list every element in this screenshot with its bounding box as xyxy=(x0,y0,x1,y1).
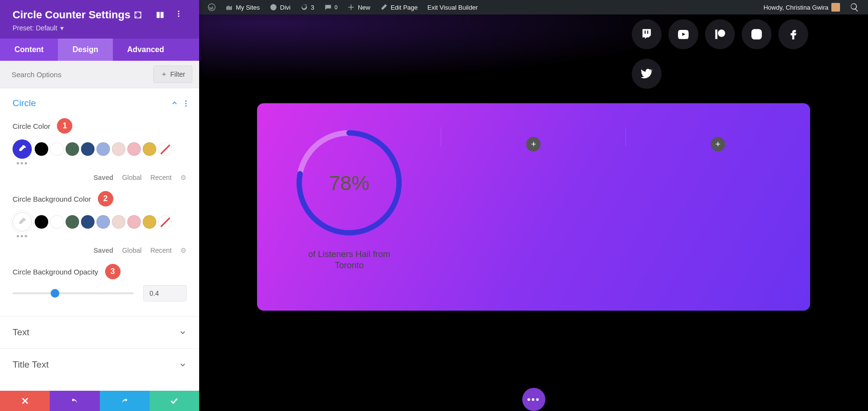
swatch-white[interactable] xyxy=(50,142,64,156)
circle-bg-swatches xyxy=(13,212,187,232)
field-circle-opacity: Circle Background Opacity 3 0.4 xyxy=(0,259,199,306)
bg-swatch-lightblue[interactable] xyxy=(96,215,110,229)
youtube-icon[interactable] xyxy=(668,19,698,49)
svg-point-1 xyxy=(270,4,276,11)
gear-icon[interactable]: ⚙ xyxy=(180,174,187,181)
section-circle-head[interactable]: Circle xyxy=(0,88,199,113)
swatch-global[interactable]: Global xyxy=(122,174,141,181)
swatch-transparent[interactable] xyxy=(158,142,172,156)
section-text[interactable]: Text xyxy=(0,316,199,348)
patreon-icon[interactable] xyxy=(705,19,735,49)
swatch-green[interactable] xyxy=(66,142,79,156)
more-swatches-icon[interactable]: ••• xyxy=(13,159,187,169)
facebook-icon[interactable] xyxy=(778,19,808,49)
add-module-button[interactable]: + xyxy=(526,137,541,151)
chevron-up-icon[interactable] xyxy=(171,99,178,107)
preview-area: 78% of Listeners Hail from Toronto + + •… xyxy=(199,14,868,411)
swatch-black[interactable] xyxy=(35,142,48,156)
svg-rect-4 xyxy=(161,12,163,18)
filter-button[interactable]: ＋ Filter xyxy=(153,66,192,83)
opacity-value[interactable]: 0.4 xyxy=(143,285,187,301)
counter-label: of Listeners Hail from Toronto xyxy=(294,249,405,272)
bg-swatch-blush[interactable] xyxy=(112,215,125,229)
swatch-blush[interactable] xyxy=(112,142,125,156)
field-circle-bg-color: Circle Background Color 2 ••• Saved xyxy=(0,186,199,259)
bg-swatch-white[interactable] xyxy=(50,215,64,229)
bg-swatch-black[interactable] xyxy=(35,215,48,229)
preset-selector[interactable]: Preset: Default ▾ xyxy=(13,24,187,32)
svg-point-9 xyxy=(759,30,760,32)
svg-rect-3 xyxy=(157,12,160,18)
swatch-lightblue[interactable] xyxy=(96,142,110,156)
panel-header: Circle Counter Settings Preset: Default … xyxy=(0,0,199,39)
tabs: Content Design Advanced xyxy=(0,39,199,61)
more-bg-swatches-icon[interactable]: ••• xyxy=(13,232,187,242)
preset-label: Preset: Default xyxy=(13,24,57,32)
counter-percent: 78% xyxy=(294,172,405,195)
bg-picker-button[interactable] xyxy=(13,212,32,232)
swatch-saved[interactable]: Saved xyxy=(94,174,113,181)
bg-swatch-pink[interactable] xyxy=(127,215,141,229)
admin-new[interactable]: New xyxy=(342,0,375,14)
twitter-icon[interactable] xyxy=(632,59,662,89)
admin-exit-vb[interactable]: Exit Visual Builder xyxy=(422,0,483,14)
columns-icon[interactable] xyxy=(156,11,164,19)
wp-logo[interactable] xyxy=(203,0,220,14)
badge-1: 1 xyxy=(57,118,72,134)
admin-howdy[interactable]: Howdy, Christina Gwira xyxy=(759,0,845,14)
section-menu-icon[interactable] xyxy=(185,100,187,107)
avatar xyxy=(831,3,840,12)
twitch-icon[interactable] xyxy=(632,19,662,49)
color-picker-button[interactable] xyxy=(13,139,32,159)
tab-content[interactable]: Content xyxy=(0,39,58,61)
bg-swatch-transparent[interactable] xyxy=(158,215,172,229)
redo-button[interactable] xyxy=(100,391,149,411)
bg-swatch-navy[interactable] xyxy=(81,215,95,229)
bg-swatch-recent[interactable]: Recent xyxy=(150,247,172,254)
admin-my-sites-label: My Sites xyxy=(236,4,260,11)
field-circle-color: Circle Color 1 ••• Saved Global xyxy=(0,113,199,186)
undo-button[interactable] xyxy=(50,391,99,411)
slider-thumb[interactable] xyxy=(51,289,59,298)
bottom-actions xyxy=(0,391,199,411)
bg-swatch-saved[interactable]: Saved xyxy=(94,247,113,254)
swatch-pink[interactable] xyxy=(127,142,141,156)
opacity-slider[interactable] xyxy=(13,292,134,294)
chevron-down-icon xyxy=(179,361,187,369)
save-button[interactable] xyxy=(149,391,199,411)
bg-swatch-global[interactable]: Global xyxy=(122,247,141,254)
wp-admin-bar: My Sites Divi 3 0 New Edit Page Exit Vis… xyxy=(199,0,868,14)
admin-comments[interactable]: 0 xyxy=(319,0,342,14)
search-input[interactable] xyxy=(7,68,153,82)
admin-edit-page[interactable]: Edit Page xyxy=(375,0,422,14)
menu-icon[interactable] xyxy=(178,11,187,19)
gradient-card: 78% of Listeners Hail from Toronto + + xyxy=(257,103,810,311)
section-text-title: Text xyxy=(13,327,29,338)
admin-search[interactable] xyxy=(845,0,864,14)
admin-divi[interactable]: Divi xyxy=(265,0,296,14)
swatch-navy[interactable] xyxy=(81,142,95,156)
circle-counter[interactable]: 78% of Listeners Hail from Toronto xyxy=(294,127,405,272)
panel-title: Circle Counter Settings xyxy=(13,9,130,21)
admin-greeting: Howdy, Christina Gwira xyxy=(763,4,828,11)
builder-fab[interactable]: ••• xyxy=(522,388,545,411)
bg-swatch-green[interactable] xyxy=(66,215,79,229)
svg-rect-5 xyxy=(715,29,717,39)
instagram-icon[interactable] xyxy=(742,19,772,49)
card-col-2: + xyxy=(441,103,625,311)
bg-gear-icon[interactable]: ⚙ xyxy=(180,247,187,254)
admin-my-sites[interactable]: My Sites xyxy=(220,0,265,14)
circle-color-swatches xyxy=(13,139,187,159)
panel-scroll[interactable]: Circle Circle Color 1 xyxy=(0,88,199,391)
swatch-recent[interactable]: Recent xyxy=(150,174,172,181)
tab-advanced[interactable]: Advanced xyxy=(113,39,178,61)
swatch-gold[interactable] xyxy=(143,142,156,156)
tab-design[interactable]: Design xyxy=(58,39,112,61)
bg-swatch-gold[interactable] xyxy=(143,215,156,229)
card-col-1: 78% of Listeners Hail from Toronto xyxy=(257,103,441,311)
admin-updates[interactable]: 3 xyxy=(296,0,319,14)
expand-icon[interactable] xyxy=(134,11,142,19)
add-module-button[interactable]: + xyxy=(711,137,725,151)
cancel-button[interactable] xyxy=(0,391,50,411)
section-title-text[interactable]: Title Text xyxy=(0,348,199,381)
